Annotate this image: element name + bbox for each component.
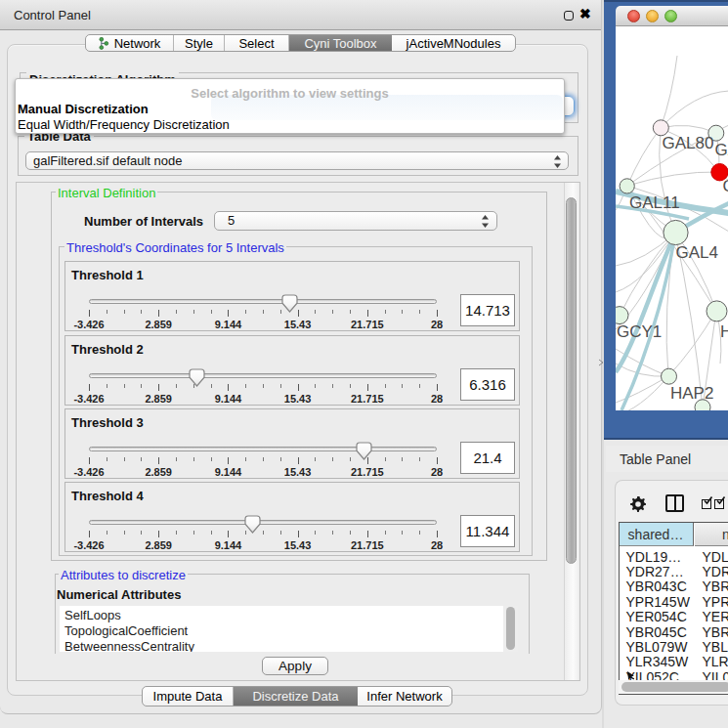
svg-text:GAL11: GAL11 — [629, 193, 680, 212]
svg-text:GCY1: GCY1 — [617, 322, 662, 341]
svg-text:GAL80: GAL80 — [662, 134, 713, 152]
svg-text:H: H — [720, 322, 728, 341]
svg-text:HAP2: HAP2 — [670, 384, 713, 403]
svg-text:GA: GA — [714, 141, 728, 159]
svg-text:C: C — [722, 177, 728, 195]
svg-text:GAL4: GAL4 — [675, 243, 717, 262]
